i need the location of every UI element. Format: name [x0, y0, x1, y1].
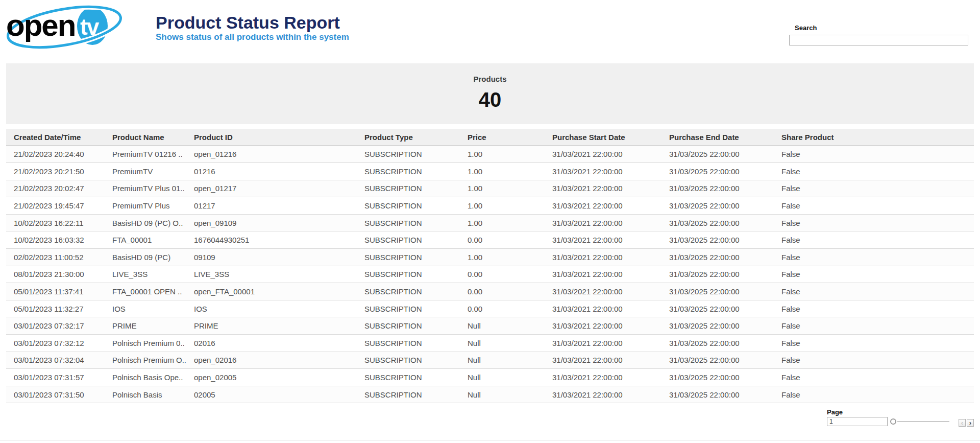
search-input[interactable] — [789, 35, 968, 45]
table-cell: 31/03/2025 22:00:00 — [662, 369, 774, 386]
table-cell: 10/02/2023 16:22:11 — [6, 214, 105, 231]
table-cell: 31/03/2025 22:00:00 — [662, 317, 774, 335]
table-cell: SUBSCRIPTION — [357, 386, 460, 403]
table-cell: False — [774, 352, 974, 369]
table-cell: 21/02/2023 20:21:50 — [6, 163, 105, 180]
table-cell: False — [774, 231, 974, 249]
column-header-product-type[interactable]: Product Type — [357, 129, 460, 146]
table-cell: 05/01/2023 11:32:27 — [6, 300, 105, 317]
table-cell: SUBSCRIPTION — [357, 300, 460, 317]
products-summary-card: Products 40 — [6, 63, 974, 124]
table-cell: 31/03/2021 22:00:00 — [545, 335, 662, 352]
table-cell: 31/03/2025 22:00:00 — [662, 335, 774, 352]
column-header-purchase-end[interactable]: Purchase End Date — [662, 129, 774, 146]
table-cell: 31/03/2025 22:00:00 — [662, 249, 774, 266]
table-cell: SUBSCRIPTION — [357, 369, 460, 386]
column-header-product-name[interactable]: Product Name — [105, 129, 186, 146]
table-cell: open_09109 — [186, 214, 357, 231]
table-row: 02/02/2023 11:00:52BasisHD 09 (PC)09109S… — [6, 249, 974, 266]
table-cell: False — [774, 300, 974, 317]
table-cell: SUBSCRIPTION — [357, 197, 460, 215]
table-cell: False — [774, 214, 974, 231]
page-label: Page — [827, 409, 976, 416]
table-cell: 21/02/2023 19:45:47 — [6, 197, 105, 215]
table-cell: 31/03/2021 22:00:00 — [545, 163, 662, 180]
table-cell: 03/01/2023 07:32:17 — [6, 317, 105, 335]
table-cell: 31/03/2021 22:00:00 — [545, 386, 662, 403]
opentv-logo-icon: open tv — [4, 3, 126, 50]
report-table: Created Date/Time Product Name Product I… — [6, 129, 974, 403]
summary-label: Products — [6, 63, 974, 83]
previous-page-button[interactable]: ‹ — [959, 419, 966, 427]
table-cell: False — [774, 369, 974, 386]
page-subtitle: Shows status of all products within the … — [156, 32, 349, 42]
next-page-button[interactable]: › — [967, 419, 974, 427]
table-cell: SUBSCRIPTION — [357, 283, 460, 300]
table-cell: 31/03/2025 22:00:00 — [662, 352, 774, 369]
page-slider-track[interactable] — [897, 421, 949, 422]
table-cell: 31/03/2025 22:00:00 — [662, 283, 774, 300]
table-cell: BasisHD 09 (PC) — [105, 249, 186, 266]
table-cell: SUBSCRIPTION — [357, 214, 460, 231]
table-cell: SUBSCRIPTION — [357, 146, 460, 163]
table-cell: PremiumTV — [105, 163, 186, 180]
table-cell: 01217 — [186, 197, 357, 215]
table-cell: 31/03/2025 22:00:00 — [662, 146, 774, 163]
table-cell: 0.00 — [460, 231, 545, 249]
table-cell: SUBSCRIPTION — [357, 317, 460, 335]
table-cell: Polnisch Basis Ope.. — [105, 369, 186, 386]
table-cell: IOS — [186, 300, 357, 317]
table-cell: SUBSCRIPTION — [357, 231, 460, 249]
top-header: open tv Product Status Report Shows stat… — [0, 0, 980, 51]
column-header-purchase-start[interactable]: Purchase Start Date — [545, 129, 662, 146]
table-cell: 21/02/2023 20:02:47 — [6, 180, 105, 197]
table-cell: 31/03/2021 22:00:00 — [545, 197, 662, 215]
table-cell: 31/03/2021 22:00:00 — [545, 369, 662, 386]
table-cell: False — [774, 386, 974, 403]
table-cell: Null — [460, 369, 545, 386]
column-header-product-id[interactable]: Product ID — [186, 129, 357, 146]
page-slider-handle[interactable] — [890, 418, 896, 425]
table-cell: False — [774, 317, 974, 335]
table-row: 10/02/2023 16:03:32FTA_00001167604493025… — [6, 231, 974, 249]
table-cell: 31/03/2021 22:00:00 — [545, 300, 662, 317]
table-row: 03/01/2023 07:32:12Polnisch Premium 0..0… — [6, 335, 974, 352]
table-cell: 1.00 — [460, 197, 545, 215]
table-row: 03/01/2023 07:31:57Polnisch Basis Ope..o… — [6, 369, 974, 386]
table-cell: 03/01/2023 07:31:57 — [6, 369, 105, 386]
table-header-row: Created Date/Time Product Name Product I… — [6, 129, 974, 146]
table-cell: 31/03/2021 22:00:00 — [545, 231, 662, 249]
table-cell: 02/02/2023 11:00:52 — [6, 249, 105, 266]
table-cell: 05/01/2023 11:37:41 — [6, 283, 105, 300]
table-cell: LIVE_3SS — [186, 266, 357, 283]
table-cell: SUBSCRIPTION — [357, 249, 460, 266]
table-cell: open_01216 — [186, 146, 357, 163]
table-cell: 31/03/2021 22:00:00 — [545, 266, 662, 283]
column-header-created[interactable]: Created Date/Time — [6, 129, 105, 146]
page-number-input[interactable] — [827, 417, 888, 426]
table-cell: FTA_00001 — [105, 231, 186, 249]
table-cell: FTA_00001 OPEN .. — [105, 283, 186, 300]
table-cell: 31/03/2021 22:00:00 — [545, 283, 662, 300]
table-cell: 31/03/2021 22:00:00 — [545, 317, 662, 335]
table-cell: 31/03/2021 22:00:00 — [545, 180, 662, 197]
table-cell: False — [774, 283, 974, 300]
table-cell: SUBSCRIPTION — [357, 163, 460, 180]
table-cell: 31/03/2021 22:00:00 — [545, 249, 662, 266]
table-row: 21/02/2023 20:24:40PremiumTV 01216 ..ope… — [6, 146, 974, 163]
table-cell: 1.00 — [460, 249, 545, 266]
table-cell: open_FTA_00001 — [186, 283, 357, 300]
table-cell: 31/03/2021 22:00:00 — [545, 352, 662, 369]
table-cell: 31/03/2025 22:00:00 — [662, 231, 774, 249]
table-cell: PRIME — [105, 317, 186, 335]
table-row: 05/01/2023 11:32:27IOSIOSSUBSCRIPTION0.0… — [6, 300, 974, 317]
table-cell: False — [774, 163, 974, 180]
table-cell: False — [774, 266, 974, 283]
table-row: 05/01/2023 11:37:41FTA_00001 OPEN ..open… — [6, 283, 974, 300]
table-cell: 1676044930251 — [186, 231, 357, 249]
table-cell: SUBSCRIPTION — [357, 352, 460, 369]
table-row: 03/01/2023 07:32:04Polnisch Premium O..o… — [6, 352, 974, 369]
column-header-share-product[interactable]: Share Product — [774, 129, 974, 146]
column-header-price[interactable]: Price — [460, 129, 545, 146]
search-label: Search — [795, 25, 968, 32]
